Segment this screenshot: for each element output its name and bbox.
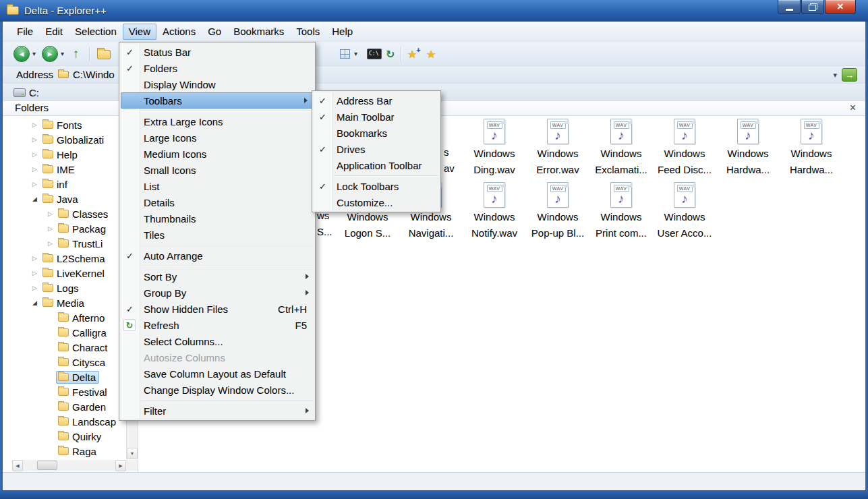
menubar-item[interactable]: View [123, 24, 156, 40]
menu-item[interactable]: ✓ Drives [312, 141, 440, 157]
tree-item[interactable]: Citysca [3, 355, 126, 370]
menu-item[interactable]: ✓ ↻ Status Bar [119, 44, 315, 60]
tree-expander-icon[interactable] [32, 196, 40, 202]
scroll-left-button[interactable]: ◀ [12, 460, 23, 471]
file-item[interactable]: WAV ♪ Windows Error.wav [526, 119, 589, 178]
forward-button[interactable]: ▶ [42, 46, 58, 62]
file-item[interactable]: WAV ♪ Windows Hardwa... [780, 119, 843, 178]
menu-item[interactable]: ✓ Lock Toolbars [312, 178, 440, 194]
tree-item[interactable]: Packag [3, 221, 126, 236]
menubar-item[interactable]: Go [202, 24, 227, 40]
menu-item[interactable]: ✓ ↻ Display Window [119, 76, 315, 92]
menu-item[interactable]: ✓ ↻ [119, 109, 315, 113]
tree-expander-icon[interactable] [32, 181, 40, 187]
tree-item[interactable]: Quirky [3, 429, 126, 444]
tree-expander-icon[interactable] [32, 136, 40, 143]
back-button[interactable]: ◀ [13, 46, 30, 62]
views-dropdown-icon[interactable]: ▾ [354, 50, 357, 57]
tree-item[interactable]: LiveKernel [3, 266, 126, 281]
menu-item[interactable]: ✓ ↻ Sort By [119, 268, 315, 285]
menu-item[interactable]: ✓ ↻ Tiles [119, 227, 315, 243]
tree-item[interactable]: Raga [3, 444, 126, 459]
drive-button-c[interactable]: C: [11, 86, 42, 99]
menu-item[interactable]: ✓ Main Toolbar [312, 109, 440, 125]
menu-item[interactable]: ✓ ↻ [119, 243, 315, 247]
menubar-item[interactable]: Edit [39, 24, 69, 40]
menu-item[interactable]: ✓ ↻ Filter [119, 403, 315, 419]
folders-close-button[interactable]: × [850, 101, 856, 115]
scroll-right-button[interactable]: ▶ [115, 460, 126, 471]
menubar-item[interactable]: Actions [156, 24, 202, 40]
forward-dropdown-icon[interactable]: ▾ [61, 50, 64, 57]
tree-item[interactable]: Java [3, 192, 126, 206]
file-item[interactable]: WAV ♪ Windows Hardwa... [716, 119, 780, 178]
tree-item[interactable]: Landscap [3, 414, 126, 429]
tree-expander-icon[interactable] [32, 121, 40, 128]
menu-item[interactable]: ✓ [312, 173, 440, 178]
new-folder-button[interactable] [97, 50, 111, 59]
menu-item[interactable]: ✓ ↻ Select Columns... [119, 333, 315, 349]
menu-item[interactable]: ✓ ↻ Details [119, 194, 315, 210]
titlebar[interactable]: Delta - Explorer++ × [0, 0, 868, 22]
menu-item[interactable]: ✓ ↻ Toolbars [121, 92, 314, 109]
tree-item[interactable]: Media [3, 295, 126, 310]
file-item[interactable]: WAV ♪ Windows Exclamati... [589, 119, 653, 178]
menu-item[interactable]: ✓ ↻ Save Column Layout as Default [119, 365, 315, 382]
horizontal-scroll-thumb[interactable] [37, 461, 57, 470]
tree-expander-icon[interactable] [32, 255, 40, 262]
tree-item[interactable]: inf [3, 177, 126, 192]
tree-item[interactable]: Globalizati [3, 132, 126, 147]
go-button[interactable]: → [842, 68, 857, 82]
menu-item[interactable]: ✓ ↻ Extra Large Icons [119, 113, 315, 129]
menu-item[interactable]: ✓ ↻ Refresh F5 [119, 317, 315, 333]
tree-item[interactable]: Afterno [3, 310, 126, 325]
menu-item[interactable]: ✓ ↻ Large Icons [119, 129, 315, 146]
minimize-button[interactable] [778, 0, 801, 14]
menu-item[interactable]: ✓ ↻ List [119, 178, 315, 194]
file-item[interactable]: WAV ♪ Windows User Acco... [653, 182, 716, 241]
tree-item[interactable]: Festival [3, 384, 126, 399]
menu-item[interactable]: ✓ ↻ Show Hidden Files Ctrl+H [119, 301, 315, 317]
tree-expander-icon[interactable] [32, 166, 40, 173]
file-item[interactable]: WAV ♪ Windows Feed Disc... [653, 119, 716, 178]
menu-item[interactable]: ✓ Customize... [312, 194, 440, 210]
file-label-fragment[interactable]: ws S... [317, 208, 332, 240]
tree-expander-icon[interactable] [32, 270, 40, 276]
tree-expander-icon[interactable] [32, 299, 40, 306]
file-item[interactable]: WAV ♪ Windows Ding.wav [463, 119, 526, 178]
up-button[interactable]: ↑ [73, 47, 80, 61]
menu-item[interactable]: ✓ ↻ [119, 398, 315, 403]
menu-item[interactable]: ✓ ↻ Change Display Window Colors... [119, 382, 315, 398]
menu-item[interactable]: ✓ Application Toolbar [312, 157, 440, 173]
menubar-item[interactable]: Selection [69, 24, 123, 40]
refresh-button[interactable]: ↻ [386, 48, 395, 61]
menu-item[interactable]: ✓ Address Bar [312, 92, 440, 109]
menubar-item[interactable]: Bookmarks [227, 24, 290, 40]
menu-item[interactable]: ✓ ↻ Small Icons [119, 162, 315, 178]
menu-item[interactable]: ✓ ↻ Autosize Columns [119, 349, 315, 365]
tree-item[interactable]: Calligra [3, 325, 126, 340]
file-label-fragment[interactable]: s av [444, 144, 455, 177]
tree-expander-icon[interactable] [32, 285, 40, 291]
tree-item[interactable]: IME [3, 162, 126, 177]
menu-item[interactable]: ✓ ↻ Thumbnails [119, 210, 315, 227]
tree-horizontal-scrollbar[interactable]: ◀ ▶ [12, 460, 126, 471]
tree-item[interactable]: Garden [3, 399, 126, 414]
tree-item[interactable]: TrustLi [3, 236, 126, 251]
back-dropdown-icon[interactable]: ▾ [32, 50, 36, 57]
command-prompt-button[interactable]: C:\ [367, 49, 382, 59]
file-item[interactable]: WAV ♪ Windows Notify.wav [463, 182, 526, 241]
address-input[interactable]: C:\Windo [73, 69, 115, 80]
tree-item[interactable]: Charact [3, 340, 126, 355]
close-button[interactable]: × [825, 0, 856, 14]
scroll-down-button[interactable]: ▼ [127, 448, 138, 459]
menu-item[interactable]: ✓ Bookmarks [312, 125, 440, 141]
menu-item[interactable]: ✓ ↻ Auto Arrange [119, 247, 315, 264]
menu-item[interactable]: ✓ ↻ Folders [119, 60, 315, 76]
tree-expander-icon[interactable] [32, 151, 40, 158]
menubar-item[interactable]: Tools [290, 24, 326, 40]
views-button[interactable] [340, 49, 350, 59]
tree-expander-icon[interactable] [48, 225, 56, 232]
add-bookmark-button[interactable]: ★ [407, 48, 417, 61]
maximize-button[interactable] [801, 0, 824, 14]
